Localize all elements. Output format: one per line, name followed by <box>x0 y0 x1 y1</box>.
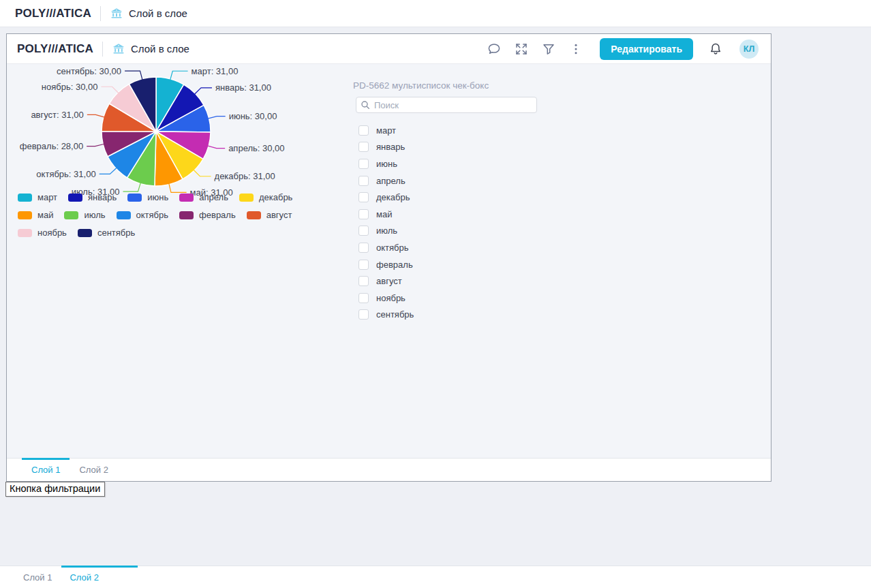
panel-polymatica-logo: POLY///ATICA <box>17 42 93 56</box>
search-box <box>356 97 537 113</box>
filter-item-январь[interactable]: январь <box>358 139 538 156</box>
panel-content: март: 31,00январь: 31,00июнь: 30,00апрел… <box>7 64 771 458</box>
checkbox-label: сентябрь <box>376 309 414 320</box>
edit-button[interactable]: Редактировать <box>600 38 693 60</box>
filter-funnel-icon[interactable] <box>540 40 557 58</box>
filter-item-май[interactable]: май <box>358 206 538 223</box>
pie-label-февраль: февраль: 28,00 <box>20 141 83 151</box>
legend-swatch <box>18 211 32 219</box>
page-title: Слой в слое <box>129 7 187 19</box>
legend-item-январь[interactable]: январь <box>68 192 117 202</box>
checkbox-label: август <box>376 276 402 286</box>
legend-swatch <box>179 194 194 202</box>
checkbox[interactable] <box>358 260 369 270</box>
checkbox-label: июнь <box>376 159 397 169</box>
filter-item-февраль[interactable]: февраль <box>358 256 538 273</box>
checkbox[interactable] <box>358 226 369 236</box>
filter-item-декабрь[interactable]: декабрь <box>358 189 538 206</box>
search-input[interactable] <box>356 97 537 113</box>
dashboard-panel: POLY///ATICA Слой в слое <box>6 33 771 482</box>
filter-item-октябрь[interactable]: октябрь <box>358 239 538 256</box>
pie-label-декабрь: декабрь: 31,00 <box>215 171 275 181</box>
chart-legend: мартянварьиюньапрельдекабрьмайиюльоктябр… <box>18 192 330 238</box>
pie-label-leader <box>125 71 142 80</box>
legend-swatch <box>117 211 131 219</box>
checkbox[interactable] <box>358 176 369 186</box>
pie-label-октябрь: октябрь: 31,00 <box>36 169 95 179</box>
legend-item-октябрь[interactable]: октябрь <box>117 210 169 220</box>
legend-swatch <box>18 229 32 237</box>
bell-icon[interactable] <box>707 40 724 58</box>
filter-item-ноябрь[interactable]: ноябрь <box>358 290 538 307</box>
checkbox-label: октябрь <box>376 243 409 253</box>
legend-item-май[interactable]: май <box>18 210 53 220</box>
checkbox[interactable] <box>358 209 369 219</box>
search-icon <box>361 100 370 110</box>
pie-chart: март: 31,00январь: 31,00июнь: 30,00апрел… <box>7 64 317 198</box>
pie-label-leader <box>170 71 188 80</box>
checkbox[interactable] <box>358 159 369 169</box>
layer-tab-слой-1[interactable]: Слой 1 <box>22 459 70 481</box>
legend-item-ноябрь[interactable]: ноябрь <box>18 228 67 238</box>
checkbox[interactable] <box>358 142 369 152</box>
layer-tab-слой-2[interactable]: Слой 2 <box>70 459 117 481</box>
panel-header-divider <box>102 42 103 57</box>
checkbox-label: декабрь <box>376 192 410 202</box>
panel-title: Слой в слое <box>131 43 189 55</box>
legend-label: апрель <box>199 192 228 202</box>
checkbox-label: февраль <box>376 260 413 270</box>
checkbox[interactable] <box>358 243 369 253</box>
layer-tab-слой-2[interactable]: Слой 2 <box>61 566 138 588</box>
legend-swatch <box>18 194 32 202</box>
checkbox-label: май <box>376 209 392 219</box>
pie-label-leader <box>101 87 118 93</box>
filter-item-август[interactable]: август <box>358 273 538 290</box>
pie-label-leader <box>87 144 104 146</box>
comment-icon[interactable] <box>485 40 503 58</box>
pie-label-январь: январь: 31,00 <box>215 82 271 93</box>
checkbox[interactable] <box>358 192 369 202</box>
checkbox-label: январь <box>376 142 405 152</box>
pie-label-leader <box>194 170 211 176</box>
pie-label-leader <box>209 117 226 119</box>
checkbox-label: апрель <box>376 176 406 186</box>
checkbox[interactable] <box>358 125 369 136</box>
kebab-menu-icon[interactable] <box>567 40 585 58</box>
pie-label-leader <box>87 114 104 117</box>
filter-item-апрель[interactable]: апрель <box>358 172 538 189</box>
pie-label-ноябрь: ноябрь: 30,00 <box>42 82 98 92</box>
legend-item-июль[interactable]: июль <box>64 210 105 220</box>
legend-item-июнь[interactable]: июнь <box>127 192 168 202</box>
filter-item-сентябрь[interactable]: сентябрь <box>358 307 538 324</box>
legend-item-февраль[interactable]: февраль <box>179 210 236 220</box>
checkbox-label: март <box>376 125 396 136</box>
filter-item-март[interactable]: март <box>358 122 538 139</box>
header-divider <box>100 6 101 21</box>
pie-label-leader <box>195 88 212 94</box>
expand-icon[interactable] <box>513 40 530 58</box>
legend-item-март[interactable]: март <box>18 192 57 202</box>
legend-label: август <box>266 210 292 220</box>
avatar[interactable]: КЛ <box>739 40 759 59</box>
legend-item-апрель[interactable]: апрель <box>179 192 228 202</box>
legend-item-август[interactable]: август <box>247 210 292 220</box>
layer-tab-слой-1[interactable]: Слой 1 <box>14 566 61 588</box>
filter-widget: PD-5662 мультисписок чек-бокс мартянварь… <box>353 80 538 323</box>
legend-label: ноябрь <box>37 228 67 238</box>
pie-label-leader <box>123 183 140 191</box>
legend-label: май <box>37 210 53 220</box>
checkbox[interactable] <box>358 309 369 320</box>
legend-swatch <box>68 194 82 202</box>
filter-title: PD-5662 мультисписок чек-бокс <box>353 80 538 91</box>
checkbox[interactable] <box>358 276 369 286</box>
pie-label-leader <box>169 184 187 193</box>
outer-layer-tabbar: Слой 1Слой 2 <box>0 566 871 588</box>
checkbox-label: июль <box>376 226 397 236</box>
legend-label: октябрь <box>136 210 169 220</box>
filter-item-июль[interactable]: июль <box>358 223 538 240</box>
legend-item-декабрь[interactable]: декабрь <box>239 192 292 202</box>
legend-item-сентябрь[interactable]: сентябрь <box>78 228 135 238</box>
pie-label-leader <box>100 168 117 174</box>
checkbox[interactable] <box>358 293 369 303</box>
filter-item-июнь[interactable]: июнь <box>358 155 538 172</box>
